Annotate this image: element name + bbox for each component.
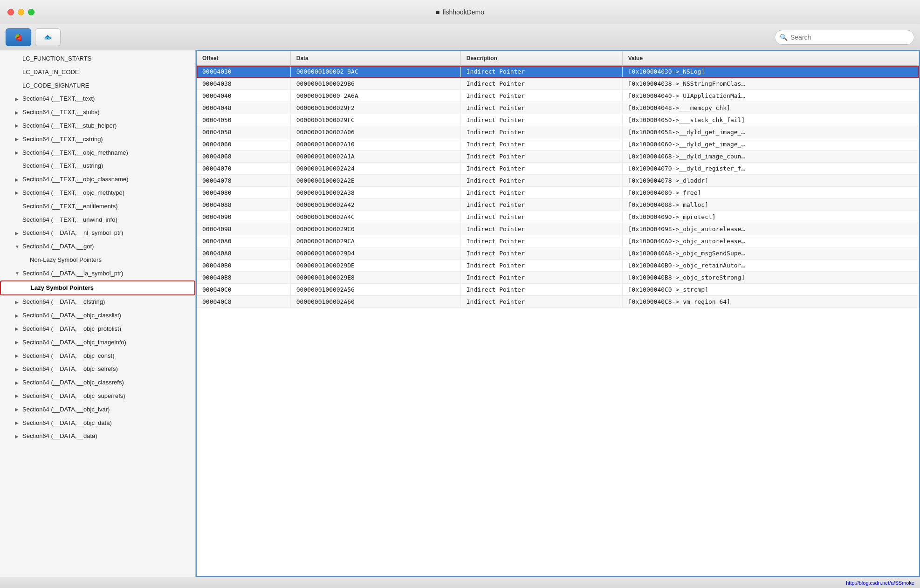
sidebar-item-data-objc-imageinfo[interactable]: ▶ Section64 (__DATA,__objc_imageinfo) bbox=[0, 336, 195, 349]
sidebar-item-label: Section64 (__DATA,__nl_symbol_ptr) bbox=[22, 228, 123, 238]
cell-offset: 00004098 bbox=[197, 223, 290, 235]
table-row[interactable]: 000040C00000000100002A56Indirect Pointer… bbox=[197, 284, 919, 296]
sidebar-item-data-objc-data[interactable]: ▶ Section64 (__DATA,__objc_data) bbox=[0, 417, 195, 430]
sidebar-item-label: Section64 (__DATA,__cfstring) bbox=[22, 297, 105, 307]
cell-description: Indirect Pointer bbox=[460, 260, 622, 272]
table-row[interactable]: 000040900000000100002A4CIndirect Pointer… bbox=[197, 211, 919, 223]
expand-arrow: ▶ bbox=[15, 149, 21, 157]
sidebar-item-lazy-sym[interactable]: Lazy Symbol Pointers bbox=[0, 280, 195, 296]
table-row[interactable]: 0000404800000001000029F2Indirect Pointer… bbox=[197, 102, 919, 114]
sidebar-item-data-nl[interactable]: ▶ Section64 (__DATA,__nl_symbol_ptr) bbox=[0, 226, 195, 240]
cell-data: 00000001000029F2 bbox=[290, 102, 460, 114]
cell-description: Indirect Pointer bbox=[460, 272, 622, 284]
cell-data: 00000001000029FC bbox=[290, 114, 460, 126]
table-row[interactable]: 00004040000000010000 2A6AIndirect Pointe… bbox=[197, 90, 919, 102]
sidebar-item-data-data[interactable]: ▶ Section64 (__DATA,__data) bbox=[0, 430, 195, 443]
table-row[interactable]: 000040B800000001000029E8Indirect Pointer… bbox=[197, 272, 919, 284]
table-row[interactable]: 000040680000000100002A1AIndirect Pointer… bbox=[197, 150, 919, 163]
sidebar-item-text-objc-methname[interactable]: ▶ Section64 (__TEXT,__objc_methname) bbox=[0, 146, 195, 160]
minimize-button[interactable] bbox=[18, 9, 24, 15]
tab-button-2[interactable]: 🐟 bbox=[35, 28, 61, 46]
sidebar-item-label: Non-Lazy Symbol Pointers bbox=[30, 255, 102, 265]
table-row[interactable]: 0000409800000001000029C0Indirect Pointer… bbox=[197, 223, 919, 235]
cell-description: Indirect Pointer bbox=[460, 211, 622, 223]
sidebar-item-text-stub-helper[interactable]: ▶ Section64 (__TEXT,__stub_helper) bbox=[0, 119, 195, 133]
cell-description: Indirect Pointer bbox=[460, 235, 622, 247]
table-row[interactable]: 000040580000000100002A06Indirect Pointer… bbox=[197, 126, 919, 138]
sidebar-item-non-lazy[interactable]: Non-Lazy Symbol Pointers bbox=[0, 253, 195, 267]
sidebar-item-data-got[interactable]: ▼ Section64 (__DATA,__got) bbox=[0, 240, 195, 253]
table-row[interactable]: 000040B000000001000029DEIndirect Pointer… bbox=[197, 260, 919, 272]
sidebar-item-label: LC_DATA_IN_CODE bbox=[22, 68, 79, 77]
sidebar-item-data-objc-classrefs[interactable]: ▶ Section64 (__DATA,__objc_classrefs) bbox=[0, 376, 195, 390]
table-wrapper[interactable]: Offset Data Description Value 0000403000… bbox=[196, 50, 920, 577]
cell-offset: 00004048 bbox=[197, 102, 290, 114]
sidebar-item-lc-func[interactable]: LC_FUNCTION_STARTS bbox=[0, 52, 195, 66]
sidebar-item-data-la[interactable]: ▼ Section64 (__DATA,__la_symbol_ptr) bbox=[0, 267, 195, 280]
sidebar-item-text-cstring[interactable]: ▶ Section64 (__TEXT,__cstring) bbox=[0, 133, 195, 146]
cell-value: [0x1000040A0->_objc_autorelease… bbox=[622, 235, 919, 247]
tab-button-1[interactable]: 🍓 bbox=[6, 28, 31, 46]
sidebar-item-data-objc-const[interactable]: ▶ Section64 (__DATA,__objc_const) bbox=[0, 349, 195, 363]
search-input[interactable] bbox=[790, 34, 909, 41]
cell-description: Indirect Pointer bbox=[460, 296, 622, 308]
sidebar-item-data-objc-protolist[interactable]: ▶ Section64 (__DATA,__objc_protolist) bbox=[0, 322, 195, 336]
cell-offset: 000040A8 bbox=[197, 247, 290, 260]
sidebar-item-data-objc-ivar[interactable]: ▶ Section64 (__DATA,__objc_ivar) bbox=[0, 403, 195, 417]
expand-arrow: ▶ bbox=[15, 419, 21, 427]
cell-data: 0000000100002A42 bbox=[290, 199, 460, 211]
sidebar-item-label: Lazy Symbol Pointers bbox=[31, 283, 94, 293]
sidebar-item-data-objc-superrefs[interactable]: ▶ Section64 (__DATA,__objc_superrefs) bbox=[0, 390, 195, 403]
sidebar-item-data-cfstring[interactable]: ▶ Section64 (__DATA,__cfstring) bbox=[0, 295, 195, 309]
table-row[interactable]: 000040300000000100002 9ACIndirect Pointe… bbox=[197, 66, 919, 78]
sidebar-item-text-entitlements[interactable]: Section64 (__TEXT,__entitlements) bbox=[0, 200, 195, 213]
sidebar-item-label: Section64 (__DATA,__objc_data) bbox=[22, 418, 112, 428]
cell-offset: 000040C0 bbox=[197, 284, 290, 296]
maximize-button[interactable] bbox=[28, 9, 34, 15]
cell-value: [0x1000040A8->_objc_msgSendSupe… bbox=[622, 247, 919, 260]
expand-arrow: ▶ bbox=[15, 136, 21, 143]
table-row[interactable]: 000040800000000100002A38Indirect Pointer… bbox=[197, 187, 919, 199]
expand-arrow: ▶ bbox=[15, 176, 21, 184]
sidebar-item-text-stubs[interactable]: ▶ Section64 (__TEXT,__stubs) bbox=[0, 106, 195, 119]
sidebar-item-label: Section64 (__TEXT,__stubs) bbox=[22, 108, 99, 117]
sidebar-item-lc-data[interactable]: LC_DATA_IN_CODE bbox=[0, 66, 195, 79]
cell-offset: 00004070 bbox=[197, 163, 290, 175]
sidebar-item-text-objc-methtype[interactable]: ▶ Section64 (__TEXT,__objc_methtype) bbox=[0, 186, 195, 200]
table-row[interactable]: 000040600000000100002A10Indirect Pointer… bbox=[197, 138, 919, 150]
table-row[interactable]: 000040C80000000100002A60Indirect Pointer… bbox=[197, 296, 919, 308]
cell-data: 0000000100002A1A bbox=[290, 150, 460, 163]
sidebar-item-text-objc-classname[interactable]: ▶ Section64 (__TEXT,__objc_classname) bbox=[0, 173, 195, 186]
table-row[interactable]: 000040700000000100002A24Indirect Pointer… bbox=[197, 163, 919, 175]
sidebar-item-label: Section64 (__TEXT,__text) bbox=[22, 94, 95, 104]
sidebar-item-text-unwind[interactable]: Section64 (__TEXT,__unwind_info) bbox=[0, 213, 195, 227]
sidebar-item-data-objc-classlist[interactable]: ▶ Section64 (__DATA,__objc_classlist) bbox=[0, 309, 195, 322]
cell-value: [0x100004040->_UIApplicationMai… bbox=[622, 90, 919, 102]
cell-data: 0000000100002A38 bbox=[290, 187, 460, 199]
table-row[interactable]: 0000403800000001000029B6Indirect Pointer… bbox=[197, 78, 919, 90]
sidebar-item-label: Section64 (__DATA,__objc_classrefs) bbox=[22, 378, 124, 388]
cell-offset: 00004068 bbox=[197, 150, 290, 163]
sidebar-item-label: Section64 (__TEXT,__objc_methname) bbox=[22, 148, 128, 158]
sidebar-item-text-text[interactable]: ▶ Section64 (__TEXT,__text) bbox=[0, 92, 195, 106]
sidebar-item-label: Section64 (__DATA,__objc_ivar) bbox=[22, 405, 110, 415]
close-button[interactable] bbox=[7, 9, 14, 15]
table-row[interactable]: 000040A800000001000029D4Indirect Pointer… bbox=[197, 247, 919, 260]
sidebar-item-label: Section64 (__DATA,__data) bbox=[22, 431, 97, 441]
cell-value: [0x100004098->_objc_autorelease… bbox=[622, 223, 919, 235]
expand-arrow: ▶ bbox=[15, 312, 21, 320]
table-row[interactable]: 000040780000000100002A2EIndirect Pointer… bbox=[197, 175, 919, 187]
table-row[interactable]: 000040A000000001000029CAIndirect Pointer… bbox=[197, 235, 919, 247]
sidebar-item-lc-code[interactable]: LC_CODE_SIGNATURE bbox=[0, 79, 195, 93]
bottom-link[interactable]: http://blog.csdn.net/u/SSmoke bbox=[846, 580, 914, 586]
cell-data: 00000001000029CA bbox=[290, 235, 460, 247]
sidebar-item-data-objc-selrefs[interactable]: ▶ Section64 (__DATA,__objc_selrefs) bbox=[0, 362, 195, 376]
cell-description: Indirect Pointer bbox=[460, 247, 622, 260]
table-row[interactable]: 000040880000000100002A42Indirect Pointer… bbox=[197, 199, 919, 211]
cell-data: 000000010000 2A6A bbox=[290, 90, 460, 102]
sidebar-item-text-ustring[interactable]: Section64 (__TEXT,__ustring) bbox=[0, 159, 195, 173]
table-row[interactable]: 0000405000000001000029FCIndirect Pointer… bbox=[197, 114, 919, 126]
sidebar-item-label: Section64 (__DATA,__objc_const) bbox=[22, 351, 115, 361]
data-table: Offset Data Description Value 0000403000… bbox=[197, 51, 919, 308]
cell-data: 0000000100002 9AC bbox=[290, 66, 460, 78]
